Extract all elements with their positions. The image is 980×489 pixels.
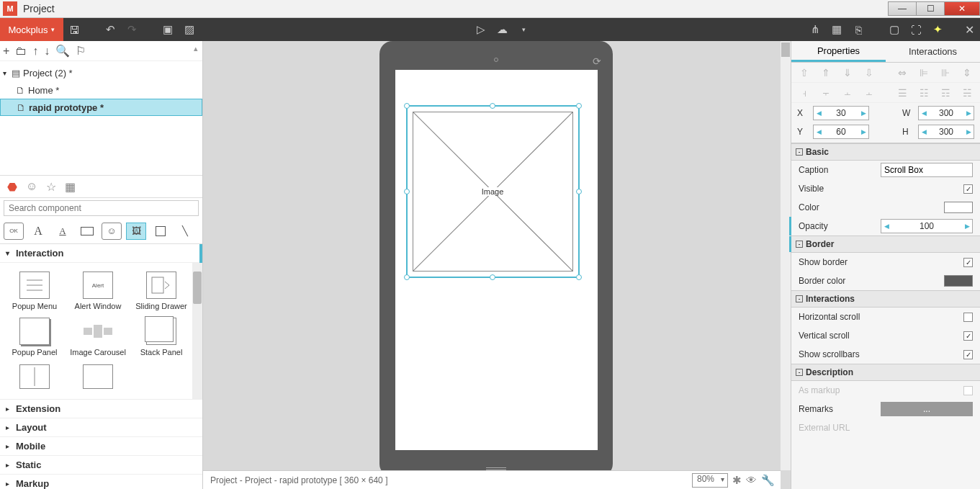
close-button[interactable]: ✕ [944, 1, 980, 16]
panel-close-icon[interactable]: ✕ [959, 23, 980, 37]
selected-element[interactable]: Image [406, 105, 580, 278]
dist-4-icon[interactable]: ☵ [960, 87, 974, 99]
v-scroll-checkbox[interactable]: ✓ [963, 331, 973, 341]
components-tab-icon[interactable]: ⬣ [7, 180, 17, 194]
button-shape-icon[interactable]: OK [4, 223, 24, 240]
opacity-input[interactable]: ◀100▶ [881, 219, 973, 233]
dist-3-icon[interactable]: ☶ [938, 87, 953, 99]
canvas-scroll-thumb[interactable] [781, 42, 790, 57]
resize-handle[interactable] [576, 103, 582, 109]
collapse-icon[interactable]: ▴ [194, 44, 198, 53]
align-top-icon[interactable]: ⫠ [862, 87, 876, 99]
h-scroll-checkbox[interactable] [963, 313, 973, 322]
decr-icon[interactable]: ◀ [814, 109, 824, 117]
remarks-button[interactable]: ... [881, 402, 973, 416]
export-icon[interactable]: ⎘ [848, 18, 869, 41]
decr-icon[interactable]: ◀ [919, 109, 929, 117]
emoji-tab-icon[interactable]: ☺ [26, 180, 37, 193]
component-popup-menu[interactable]: Popup Menu [3, 269, 66, 315]
component-image-carousel[interactable]: Image Carousel [66, 315, 130, 361]
folder-icon[interactable]: 🗀 [15, 45, 27, 58]
dist-2-icon[interactable]: ☷ [917, 87, 931, 99]
tab-interactions[interactable]: Interactions [886, 41, 980, 62]
rect-shape-icon[interactable] [77, 223, 97, 240]
dist-v-icon[interactable]: ⊪ [938, 67, 953, 78]
play-icon[interactable]: ▷ [470, 18, 492, 41]
color-swatch[interactable] [944, 202, 973, 213]
brand-menu[interactable]: Mockplus ▾ [0, 18, 63, 41]
cloud-icon[interactable]: ☁ [492, 18, 513, 41]
incr-icon[interactable]: ▶ [963, 128, 974, 135]
rotate-icon[interactable]: ⟳ [593, 55, 601, 67]
dist-1-icon[interactable]: ☰ [895, 87, 909, 99]
show-border-checkbox[interactable]: ✓ [963, 258, 973, 267]
bring-front-icon[interactable]: ⇧ [797, 67, 812, 78]
zoom-select[interactable]: 80% [692, 473, 728, 488]
canvas-area[interactable]: ⟳ Image Pr [203, 41, 791, 489]
bring-forward-icon[interactable]: ⇑ [819, 67, 833, 78]
canvas-scrollbar-v[interactable] [781, 41, 791, 470]
resize-handle[interactable] [576, 189, 582, 194]
cloud-dropdown-icon[interactable]: ▾ [513, 18, 535, 41]
decr-icon[interactable]: ◀ [919, 128, 929, 135]
incr-icon[interactable]: ▶ [858, 128, 868, 135]
tree-item-rapid-prototype[interactable]: 🗋 rapid prototype * [0, 99, 202, 116]
move-down-icon[interactable]: ↓ [44, 45, 50, 58]
gear-icon[interactable]: ✱ [732, 474, 742, 487]
decr-icon[interactable]: ◀ [881, 223, 891, 230]
undo-icon[interactable]: ↶ [99, 18, 121, 41]
send-backward-icon[interactable]: ⇓ [840, 67, 855, 78]
move-up-icon[interactable]: ↑ [32, 45, 38, 58]
component-popup-panel[interactable]: Popup Panel [3, 315, 66, 361]
align-right-icon[interactable]: ⫠ [840, 87, 855, 99]
emoji-shape-icon[interactable]: ☺ [102, 223, 122, 240]
component-sliding-drawer[interactable]: Sliding Drawer [130, 269, 193, 315]
device-screen[interactable]: Image [395, 70, 598, 450]
resize-handle[interactable] [490, 103, 495, 109]
fullscreen-icon[interactable]: ⛶ [905, 18, 927, 41]
decr-icon[interactable]: ◀ [814, 128, 824, 135]
tree-root-item[interactable]: ▾ ▤ Project (2) * [0, 64, 202, 81]
component-blank[interactable] [66, 362, 130, 392]
underline-shape-icon[interactable]: A [53, 223, 73, 240]
w-input[interactable]: ◀300▶ [918, 106, 974, 120]
tree-item-home[interactable]: 🗋 Home * [0, 81, 202, 99]
y-input[interactable]: ◀60▶ [813, 125, 869, 139]
section-mobile[interactable]: ▸Mobile [0, 437, 202, 456]
ungroup-icon[interactable]: ▨ [179, 18, 200, 41]
group-icon[interactable]: ▣ [157, 18, 179, 41]
favorites-tab-icon[interactable]: ☆ [46, 180, 56, 194]
section-static[interactable]: ▸Static [0, 456, 202, 475]
redo-icon[interactable]: ↷ [121, 18, 143, 41]
section-interaction[interactable]: ▾ Interaction [0, 244, 202, 263]
share-icon[interactable]: ⋔ [804, 18, 826, 41]
flip-h-icon[interactable]: ⇔ [895, 67, 909, 78]
flip-v-icon[interactable]: ⇕ [960, 67, 974, 78]
h-input[interactable]: ◀300▶ [918, 125, 974, 139]
section-interactions[interactable]: -Interactions [791, 290, 980, 308]
sparkle-icon[interactable]: ✦ [927, 18, 948, 41]
eye-icon[interactable]: 👁 [746, 474, 757, 486]
incr-icon[interactable]: ▶ [858, 109, 868, 117]
section-description[interactable]: -Description [791, 364, 980, 381]
maximize-button[interactable]: ☐ [916, 1, 945, 16]
align-center-icon[interactable]: ⫟ [819, 87, 833, 99]
search-input[interactable] [4, 200, 199, 216]
resize-handle[interactable] [404, 103, 410, 109]
scrollbar-track[interactable] [192, 263, 202, 399]
flag-icon[interactable]: ⚐ [76, 44, 86, 58]
add-page-icon[interactable]: + [3, 45, 9, 58]
tab-properties[interactable]: Properties [791, 41, 886, 62]
dist-h-icon[interactable]: ⊫ [917, 67, 931, 78]
send-back-icon[interactable]: ⇩ [862, 67, 876, 78]
component-split-h[interactable] [3, 362, 66, 392]
incr-icon[interactable]: ▶ [962, 223, 972, 230]
section-basic[interactable]: -Basic [791, 143, 980, 161]
border-color-swatch[interactable] [944, 275, 973, 287]
show-scrollbars-checkbox[interactable]: ✓ [963, 350, 973, 359]
align-left-icon[interactable]: ⫞ [797, 87, 812, 99]
frame-icon[interactable]: ▢ [884, 18, 905, 41]
section-layout[interactable]: ▸Layout [0, 418, 202, 437]
section-border[interactable]: -Border [791, 235, 980, 253]
component-alert-window[interactable]: Alert Alert Window [66, 269, 130, 315]
